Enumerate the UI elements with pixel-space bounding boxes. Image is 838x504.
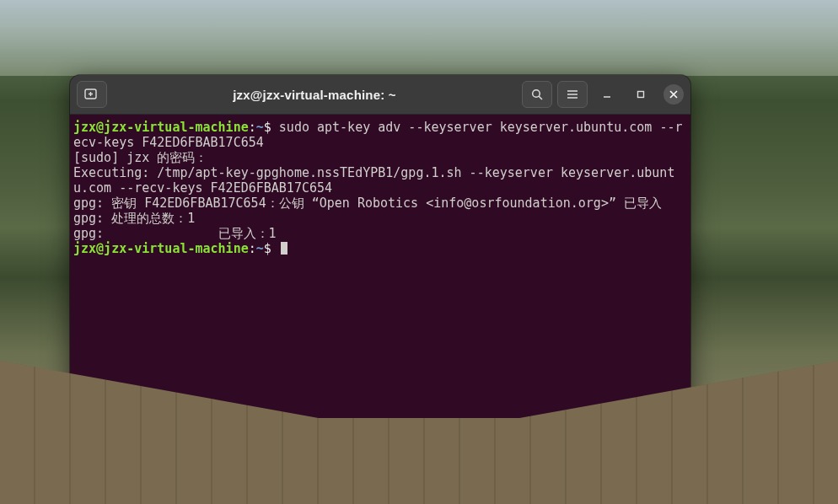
maximize-icon bbox=[635, 88, 647, 100]
prompt-userhost: jzx@jzx-virtual-machine bbox=[73, 120, 249, 135]
svg-line-4 bbox=[539, 96, 542, 99]
terminal-line: gpg: 密钥 F42ED6FBAB17C654：公钥 “Open Roboti… bbox=[73, 196, 662, 211]
minimize-icon bbox=[601, 88, 613, 100]
svg-point-3 bbox=[533, 90, 540, 98]
prompt-dollar: $ bbox=[264, 241, 271, 256]
terminal-body[interactable]: jzx@jzx-virtual-machine:~$ sudo apt-key … bbox=[70, 115, 690, 478]
terminal-line: Executing: /tmp/apt-key-gpghome.nssTEdYP… bbox=[73, 165, 674, 196]
search-icon bbox=[530, 88, 544, 101]
window-title: jzx@jzx-virtual-machine: ~ bbox=[112, 88, 517, 102]
maximize-button[interactable] bbox=[626, 82, 655, 107]
titlebar[interactable]: jzx@jzx-virtual-machine: ~ bbox=[70, 75, 690, 115]
prompt-path: ~ bbox=[256, 120, 264, 135]
menu-button[interactable] bbox=[557, 81, 588, 108]
prompt-sep: : bbox=[249, 241, 256, 256]
terminal-line: gpg: 处理的总数：1 bbox=[73, 211, 195, 226]
prompt-userhost: jzx@jzx-virtual-machine bbox=[73, 241, 249, 256]
new-tab-button[interactable] bbox=[77, 81, 107, 108]
terminal-window: jzx@jzx-virtual-machine: ~ bbox=[70, 75, 690, 478]
close-button[interactable] bbox=[663, 84, 684, 105]
cursor bbox=[281, 242, 287, 255]
desktop-background: jzx@jzx-virtual-machine: ~ bbox=[0, 0, 838, 504]
svg-rect-9 bbox=[638, 92, 644, 98]
terminal-line: [sudo] jzx 的密码： bbox=[73, 150, 207, 165]
minimize-button[interactable] bbox=[593, 82, 621, 107]
close-icon bbox=[669, 89, 679, 99]
new-tab-icon bbox=[84, 88, 99, 101]
prompt-path: ~ bbox=[256, 241, 264, 256]
hamburger-icon bbox=[566, 88, 579, 101]
terminal-line: gpg: 已导入：1 bbox=[73, 226, 277, 241]
prompt-sep: : bbox=[249, 120, 256, 135]
prompt-dollar: $ bbox=[264, 120, 271, 135]
search-button[interactable] bbox=[522, 81, 552, 108]
